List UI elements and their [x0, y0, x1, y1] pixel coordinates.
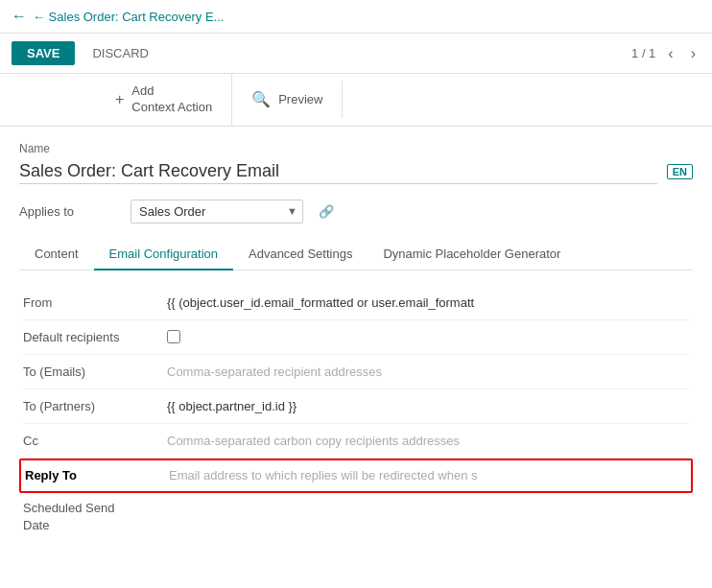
from-label: From — [23, 295, 167, 310]
to-partners-label: To (Partners) — [23, 399, 167, 413]
plus-icon: + — [115, 91, 124, 108]
to-partners-value: {{ object.partner_id.id }} — [167, 399, 689, 413]
main-content: Name EN Applies to Sales Order ▼ 🔗 Conte… — [0, 127, 712, 556]
name-section: Name EN — [19, 142, 693, 184]
action-bar: SAVE DISCARD 1 / 1 ‹ › — [0, 34, 712, 74]
cc-field: Cc — [23, 424, 689, 459]
default-recipients-label: Default recipients — [23, 330, 167, 344]
save-button[interactable]: SAVE — [12, 41, 75, 65]
add-context-action-line2: Context Action — [131, 100, 212, 116]
name-input[interactable] — [19, 159, 657, 184]
preview-button[interactable]: 🔍 Preview — [232, 81, 343, 118]
toolbar: + Add Context Action 🔍 Preview — [0, 74, 712, 127]
breadcrumb-bar: ← ← Sales Order: Cart Recovery E... — [0, 0, 712, 34]
email-config-section: From {{ (object.user_id.email_formatted … — [19, 286, 693, 541]
discard-button[interactable]: DISCARD — [83, 41, 158, 65]
reply-to-input[interactable] — [169, 468, 687, 482]
tab-email-configuration[interactable]: Email Configuration — [94, 239, 233, 270]
back-button[interactable]: ← — [12, 8, 27, 25]
next-button[interactable]: › — [686, 43, 700, 64]
scheduled-send-label: Scheduled Send Date — [23, 500, 167, 534]
prev-button[interactable]: ‹ — [663, 43, 677, 64]
applies-to-row: Applies to Sales Order ▼ 🔗 — [19, 200, 693, 223]
tabs-bar: Content Email Configuration Advanced Set… — [19, 239, 693, 270]
cc-input[interactable] — [167, 434, 689, 448]
applies-to-select-wrapper: Sales Order ▼ — [131, 200, 303, 223]
external-link-icon[interactable]: 🔗 — [319, 204, 334, 219]
pagination-text: 1 / 1 — [631, 46, 655, 60]
from-value: {{ (object.user_id.email_formatted or us… — [167, 295, 689, 310]
applies-to-select[interactable]: Sales Order — [131, 200, 303, 223]
applies-to-label: Applies to — [19, 204, 115, 219]
lang-badge[interactable]: EN — [667, 164, 693, 179]
from-field: From {{ (object.user_id.email_formatted … — [23, 286, 689, 320]
scheduled-send-field: Scheduled Send Date — [23, 493, 689, 541]
to-emails-field: To (Emails) — [23, 355, 689, 389]
pagination: 1 / 1 ‹ › — [631, 43, 700, 64]
reply-to-label: Reply To — [25, 468, 169, 482]
cc-label: Cc — [23, 434, 167, 448]
tab-advanced-settings[interactable]: Advanced Settings — [233, 239, 368, 270]
to-emails-label: To (Emails) — [23, 365, 167, 379]
tab-content[interactable]: Content — [19, 239, 94, 270]
add-context-action-button[interactable]: + Add Context Action — [96, 74, 232, 126]
preview-label: Preview — [278, 92, 322, 106]
name-label: Name — [19, 142, 693, 155]
scheduled-send-input[interactable] — [167, 500, 689, 514]
tab-dynamic-placeholder[interactable]: Dynamic Placeholder Generator — [368, 239, 576, 270]
add-context-action-line1: Add — [131, 83, 212, 100]
default-recipients-checkbox[interactable] — [167, 330, 180, 343]
reply-to-field: Reply To — [19, 459, 693, 493]
to-emails-input[interactable] — [167, 365, 689, 379]
to-partners-field: To (Partners) {{ object.partner_id.id }} — [23, 389, 689, 424]
default-recipients-field: Default recipients — [23, 320, 689, 355]
breadcrumb-title[interactable]: ← Sales Order: Cart Recovery E... — [33, 10, 224, 24]
preview-icon: 🔍 — [251, 90, 271, 108]
